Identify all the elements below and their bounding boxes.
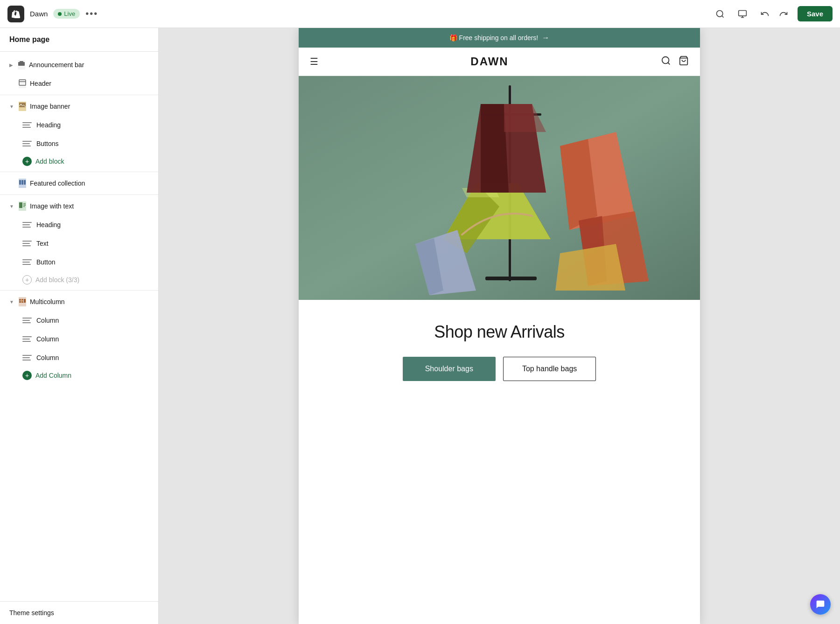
svg-rect-9: [24, 180, 26, 185]
undo-redo-group: [756, 6, 792, 22]
store-name-label: Dawn: [30, 10, 48, 18]
chevron-down-icon-2: ▼: [9, 204, 14, 209]
sidebar-item-heading[interactable]: Heading: [0, 116, 158, 134]
sidebar-item-heading-2[interactable]: Heading: [0, 215, 158, 234]
hero-bags: [299, 76, 700, 300]
undo-button[interactable]: [756, 6, 773, 22]
divider-3: [0, 194, 158, 195]
desktop-preview-button[interactable]: [734, 6, 751, 22]
top-handle-bags-button[interactable]: Top handle bags: [503, 357, 596, 381]
heading-2-label: Heading: [36, 221, 61, 229]
arrivals-title: Shop new Arrivals: [310, 322, 689, 342]
sidebar-item-text[interactable]: Text: [0, 234, 158, 253]
preview-area: 🎁 Free shipping on all orders! → ☰ DAWN: [159, 28, 840, 624]
text-label: Text: [36, 240, 49, 247]
lines-icon-7: [22, 334, 32, 344]
sidebar-content: ▶ Announcement bar Header: [0, 52, 158, 601]
svg-rect-1: [739, 10, 747, 16]
sidebar-item-image-banner[interactable]: ▼ Image banner: [0, 97, 158, 116]
buttons-label: Buttons: [36, 140, 58, 147]
column-1-label: Column: [36, 317, 59, 324]
svg-rect-8: [21, 180, 23, 185]
chevron-down-icon-3: ▼: [9, 299, 14, 305]
redo-button[interactable]: [775, 6, 792, 22]
plus-circle-gray-icon: +: [22, 275, 32, 284]
save-button[interactable]: Save: [798, 6, 833, 21]
column-2-label: Column: [36, 335, 59, 343]
sidebar: Home page ▶ Announcement bar: [0, 28, 159, 624]
plus-circle-icon-2: +: [22, 371, 32, 380]
sidebar-item-featured-collection[interactable]: Featured collection: [0, 174, 158, 193]
add-block-button[interactable]: + Add block: [0, 153, 158, 170]
lines-icon-6: [22, 316, 32, 325]
add-block-33-label: Add block (3/3): [35, 276, 79, 284]
sidebar-title: Home page: [0, 28, 158, 52]
sidebar-item-multicolumn[interactable]: ▼ FIN Multicolumn: [0, 292, 158, 311]
multicolumn-icon: FIN: [19, 297, 26, 306]
lines-icon-5: [22, 257, 32, 267]
plus-circle-icon: +: [22, 157, 32, 166]
svg-rect-7: [19, 180, 21, 185]
chat-bubble[interactable]: [810, 594, 831, 615]
toolbar-right: Save: [712, 6, 833, 22]
image-banner-icon: [19, 102, 26, 111]
sidebar-item-buttons[interactable]: Buttons: [0, 134, 158, 153]
chevron-down-icon: ▼: [9, 104, 14, 109]
add-block-disabled: + Add block (3/3): [0, 271, 158, 288]
sidebar-item-column-3[interactable]: Column: [0, 348, 158, 367]
arrivals-buttons: Shoulder bags Top handle bags: [310, 357, 689, 381]
theme-settings-button[interactable]: Theme settings: [0, 601, 158, 624]
live-dot: [58, 12, 62, 16]
sidebar-item-column-2[interactable]: Column: [0, 330, 158, 348]
hero-section: [299, 76, 700, 300]
toolbar-left: Dawn Live •••: [7, 6, 98, 22]
sidebar-item-image-with-text[interactable]: ▼ Image with text: [0, 197, 158, 215]
search-button[interactable]: [712, 6, 728, 22]
header-icons: [661, 55, 689, 68]
sidebar-item-column-1[interactable]: Column: [0, 311, 158, 330]
announcement-bar-label: Announcement bar: [29, 61, 84, 69]
live-label: Live: [64, 10, 75, 17]
preview-inner: 🎁 Free shipping on all orders! → ☰ DAWN: [299, 28, 700, 624]
lines-icon: [22, 120, 32, 130]
lines-icon-4: [22, 239, 32, 248]
image-with-text-icon: [19, 201, 26, 211]
more-options-button[interactable]: •••: [85, 8, 98, 19]
hero-svg: [299, 76, 700, 300]
add-column-button[interactable]: + Add Column: [0, 367, 158, 384]
sidebar-item-announcement-bar[interactable]: ▶ Announcement bar: [0, 55, 158, 74]
announcement-arrow: →: [542, 34, 549, 42]
image-with-text-label: Image with text: [30, 202, 74, 210]
svg-rect-16: [24, 299, 26, 303]
svg-point-18: [662, 56, 669, 63]
toolbar: Dawn Live •••: [0, 0, 840, 28]
sidebar-item-button[interactable]: Button: [0, 253, 158, 271]
arrivals-section: Shop new Arrivals Shoulder bags Top hand…: [299, 300, 700, 396]
lines-icon-3: [22, 220, 32, 229]
announcement-bar-preview: 🎁 Free shipping on all orders! →: [299, 28, 700, 48]
multicolumn-label: Multicolumn: [30, 298, 65, 305]
divider-1: [0, 95, 158, 95]
add-column-label: Add Column: [35, 372, 71, 379]
heading-label: Heading: [36, 121, 61, 129]
store-header-preview: ☰ DAWN: [299, 48, 700, 76]
header-label: Header: [30, 80, 51, 87]
menu-icon[interactable]: ☰: [310, 56, 318, 67]
image-banner-label: Image banner: [30, 103, 70, 110]
shopify-logo: [7, 6, 24, 22]
svg-rect-10: [19, 202, 22, 208]
featured-collection-label: Featured collection: [30, 180, 85, 187]
shoulder-bags-button[interactable]: Shoulder bags: [403, 357, 496, 381]
svg-rect-22: [485, 277, 537, 280]
sidebar-item-header[interactable]: Header: [0, 74, 158, 93]
announcement-bar-icon: [18, 60, 25, 69]
cart-icon-preview[interactable]: [679, 55, 689, 68]
divider-2: [0, 172, 158, 172]
featured-collection-icon: [19, 179, 26, 188]
search-icon-preview[interactable]: [661, 55, 671, 68]
lines-icon-8: [22, 353, 32, 362]
svg-rect-2: [18, 62, 25, 66]
svg-rect-3: [19, 80, 26, 85]
button-label: Button: [36, 258, 55, 266]
store-name-preview: DAWN: [470, 55, 508, 68]
